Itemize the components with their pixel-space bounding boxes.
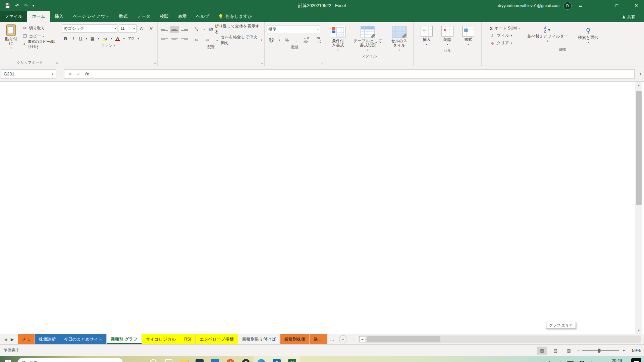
- font-size-combo[interactable]: 11▾: [119, 24, 137, 33]
- file-explorer-icon[interactable]: [176, 356, 192, 362]
- font-dialog-launcher[interactable]: ⇱: [154, 62, 156, 65]
- cut-button[interactable]: ✂切り取り: [22, 24, 58, 32]
- expand-formula-bar-icon[interactable]: ▾: [640, 72, 641, 76]
- sort-filter-button[interactable]: AZ▼ 並べ替えとフィルター▾: [525, 25, 571, 46]
- sheet-tab-業種別 グラフ[interactable]: 業種別 グラフ: [107, 334, 142, 344]
- alignment-dialog-launcher[interactable]: ⇱: [261, 62, 263, 65]
- horizontal-scrollbar[interactable]: ◀: [359, 336, 641, 343]
- taskbar-search-box[interactable]: 検索: [17, 358, 123, 362]
- autosum-button[interactable]: Σオート SUM▾: [490, 25, 520, 32]
- horizontal-scroll-thumb[interactable]: [367, 336, 440, 342]
- task-view-icon[interactable]: [161, 356, 176, 362]
- copy-button[interactable]: ❐コピー▾: [22, 33, 58, 40]
- tab-scroll-right-icon[interactable]: ▶: [11, 337, 14, 342]
- wrap-text-button[interactable]: ab折り返して全体を表示する: [208, 25, 262, 33]
- comma-icon[interactable]: ,: [293, 36, 299, 44]
- find-select-button[interactable]: ⚲ 検索と選択▾: [576, 25, 601, 46]
- new-sheet-button[interactable]: ＋: [339, 335, 347, 343]
- cortana-icon[interactable]: [146, 356, 161, 362]
- action-center-icon[interactable]: 2: [631, 358, 641, 362]
- store-icon[interactable]: ▩: [192, 356, 207, 362]
- ribbon-tab-校閲[interactable]: 校閲: [155, 11, 173, 22]
- scroll-down-icon[interactable]: ▼: [635, 327, 642, 334]
- page-break-view-button[interactable]: ▥: [564, 347, 574, 355]
- ribbon-display-options-icon[interactable]: ▭: [576, 3, 586, 8]
- insert-cells-button[interactable]: ← 挿入▾: [418, 24, 435, 47]
- start-button[interactable]: [0, 356, 16, 362]
- bold-button[interactable]: B: [62, 35, 69, 43]
- align-top-icon[interactable]: [160, 26, 169, 33]
- zoom-level[interactable]: 59%: [629, 348, 641, 353]
- close-button[interactable]: ✕: [629, 0, 644, 11]
- ribbon-tab-挿入[interactable]: 挿入: [50, 11, 68, 22]
- align-middle-icon[interactable]: [170, 26, 179, 33]
- zoom-in-icon[interactable]: ＋: [622, 348, 626, 353]
- insert-function-icon[interactable]: fx: [85, 71, 89, 76]
- normal-view-button[interactable]: ▦: [537, 347, 547, 355]
- scroll-left-icon[interactable]: ◀: [359, 336, 365, 342]
- vertical-scrollbar[interactable]: ▲ ▼: [635, 82, 642, 334]
- account-email[interactable]: dryyourtearswithlove1@gmail.com: [498, 3, 559, 8]
- increase-font-icon[interactable]: Aˆ: [138, 24, 146, 33]
- ime-indicator[interactable]: A: [599, 360, 602, 362]
- account-avatar[interactable]: D: [564, 2, 572, 10]
- merge-center-button[interactable]: ↔セルを結合して中央揃え▾: [215, 36, 262, 44]
- sheet-tab-業[interactable]: 業…: [310, 334, 327, 344]
- conditional-formatting-button[interactable]: 条件付き書式▾: [327, 24, 348, 53]
- ribbon-tab-ファイル[interactable]: ファイル: [0, 11, 27, 22]
- firefox-icon[interactable]: f: [223, 356, 238, 362]
- sheet-tab-業種別株価[interactable]: 業種別株価: [280, 334, 310, 344]
- vertical-scroll-thumb[interactable]: [636, 91, 642, 205]
- decrease-decimal-icon[interactable]: .00→.0: [314, 36, 323, 44]
- mention-icon[interactable]: @: [238, 356, 254, 362]
- align-bottom-icon[interactable]: [180, 26, 189, 33]
- taskbar-clock[interactable]: 20:49 2021/05/21: [607, 358, 627, 362]
- number-dialog-launcher[interactable]: ⇱: [321, 62, 324, 65]
- hidden-icons-chevron[interactable]: ⌃: [548, 361, 551, 362]
- align-center-icon[interactable]: [170, 37, 179, 43]
- edge-icon[interactable]: e: [254, 356, 269, 362]
- more-sheets-icon[interactable]: …: [327, 334, 337, 344]
- sheet-tab-今日のまとめサイト[interactable]: 今日のまとめサイト: [60, 334, 107, 344]
- ribbon-tab-数式[interactable]: 数式: [114, 11, 132, 22]
- ribbon-tab-ヘルプ[interactable]: ヘルプ: [191, 11, 214, 22]
- onedrive-icon[interactable]: [555, 361, 563, 362]
- tell-me-box[interactable]: 💡 何をしますか: [214, 11, 256, 22]
- tab-scroll-left-icon[interactable]: ◀: [4, 337, 7, 342]
- decrease-indent-icon[interactable]: ⇦: [193, 36, 200, 44]
- save-icon[interactable]: 💾: [5, 3, 10, 8]
- excel-icon[interactable]: X: [284, 356, 300, 362]
- increase-indent-icon[interactable]: ⇨: [204, 36, 211, 44]
- name-box[interactable]: G231▾: [1, 69, 56, 79]
- page-layout-view-button[interactable]: ▤: [550, 347, 560, 355]
- align-right-icon[interactable]: [180, 37, 189, 43]
- font-color-button[interactable]: A: [113, 35, 122, 43]
- zoom-out-icon[interactable]: −: [577, 348, 580, 353]
- sheet-tab-株価診断[interactable]: 株価診断: [35, 334, 60, 344]
- outlook-icon[interactable]: O: [269, 356, 284, 362]
- sheet-tab-RSI[interactable]: RSI: [180, 334, 196, 344]
- speaker-icon[interactable]: [589, 361, 595, 362]
- cancel-formula-icon[interactable]: ✕: [68, 71, 72, 76]
- collapse-ribbon-icon[interactable]: ⌃: [639, 61, 641, 65]
- font-name-combo[interactable]: 游ゴシック▾: [62, 24, 117, 33]
- format-painter-button[interactable]: ✦書式のコピー/貼り付け: [22, 41, 58, 48]
- scroll-up-icon[interactable]: ▲: [635, 82, 642, 88]
- ribbon-tab-ホーム[interactable]: ホーム: [27, 11, 50, 22]
- zoom-slider[interactable]: [582, 350, 619, 351]
- enter-formula-icon[interactable]: ✓: [77, 71, 80, 76]
- redo-icon[interactable]: ↷: [24, 3, 28, 8]
- number-format-combo[interactable]: 標準▾: [267, 25, 320, 33]
- paste-button[interactable]: 貼り付け▾: [2, 23, 20, 51]
- orientation-icon[interactable]: ⤡: [193, 25, 200, 33]
- clipboard-dialog-launcher[interactable]: ⇱: [56, 62, 59, 65]
- formula-input[interactable]: [93, 69, 635, 79]
- sheet-tab-エンベロープ指標[interactable]: エンベロープ指標: [196, 334, 238, 344]
- increase-decimal-icon[interactable]: ←.0.00: [301, 36, 311, 44]
- customize-qat-icon[interactable]: ▾: [33, 4, 34, 7]
- format-cells-button[interactable]: ▦ 書式▾: [460, 24, 477, 47]
- sheet-tab-業種別張り付けば[interactable]: 業種別張り付けば: [238, 334, 280, 344]
- sheet-tab-メモ[interactable]: メモ: [18, 334, 35, 344]
- italic-button[interactable]: I: [70, 35, 76, 43]
- share-button[interactable]: ♟ 共有: [619, 12, 639, 22]
